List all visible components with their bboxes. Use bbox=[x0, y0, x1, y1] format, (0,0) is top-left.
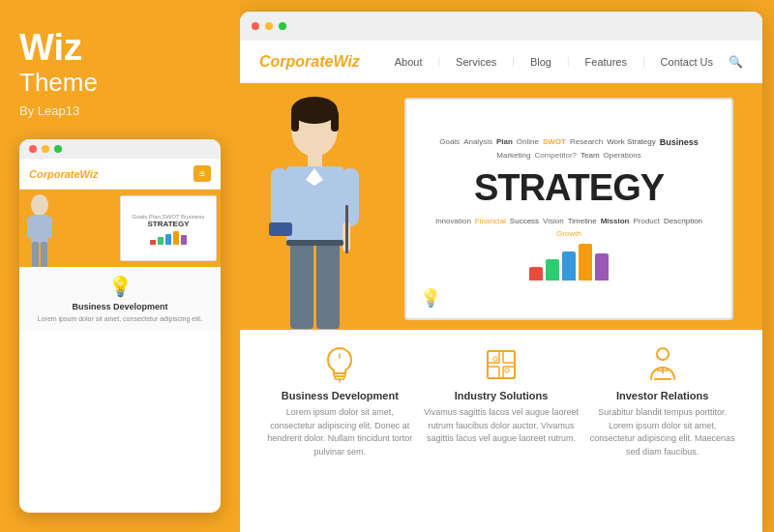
svg-rect-30 bbox=[493, 357, 497, 361]
svg-rect-3 bbox=[45, 217, 52, 238]
nav-link-services[interactable]: Services bbox=[456, 56, 496, 68]
svg-rect-8 bbox=[291, 110, 299, 132]
svg-rect-25 bbox=[488, 351, 515, 378]
svg-rect-27 bbox=[503, 351, 515, 363]
browser-bar bbox=[240, 12, 762, 41]
board-strategy-text: STRATEGY bbox=[474, 167, 664, 209]
mobile-feature-text: Lorem ipsum dolor sit amet, consectetur … bbox=[29, 314, 211, 323]
desktop-nav-links: About | Services | Blog | Features | Con… bbox=[395, 55, 743, 69]
feature-icon-maze bbox=[484, 345, 519, 384]
hero-person-figure bbox=[259, 93, 371, 330]
browser-dot-green bbox=[279, 22, 286, 30]
mobile-logo-wiz: Wiz bbox=[80, 168, 99, 180]
svg-rect-2 bbox=[27, 217, 34, 238]
search-icon[interactable]: 🔍 bbox=[729, 55, 743, 69]
svg-rect-4 bbox=[32, 242, 39, 267]
svg-rect-10 bbox=[308, 155, 322, 168]
dot-red bbox=[29, 145, 37, 153]
board-bulb-icon: 💡 bbox=[420, 287, 441, 309]
mobile-logo: CorporateWiz bbox=[29, 168, 98, 180]
desktop-hero-section: Goals Analysis Plan Online SWOT Research… bbox=[240, 83, 762, 330]
mobile-feature-icon-row: 💡 bbox=[29, 275, 211, 298]
browser-dot-yellow bbox=[265, 22, 273, 30]
mobile-hero-person bbox=[23, 192, 56, 267]
right-panel-browser: CorporateWiz About | Services | Blog | F… bbox=[240, 12, 762, 532]
mobile-hero-section: Goals Plan SWOT Business STRATEGY bbox=[19, 190, 221, 267]
board-bar-chart bbox=[529, 242, 609, 281]
svg-rect-20 bbox=[286, 240, 343, 246]
nav-link-contact[interactable]: Contact Us bbox=[661, 56, 713, 68]
nav-link-blog[interactable]: Blog bbox=[530, 56, 551, 68]
svg-rect-31 bbox=[505, 369, 509, 372]
mobile-content: 💡 Business Development Lorem ipsum dolor… bbox=[19, 267, 221, 331]
mobile-feature-title: Business Development bbox=[29, 302, 211, 311]
mobile-browser-bar bbox=[19, 139, 221, 159]
mobile-hero-board: Goals Plan SWOT Business STRATEGY bbox=[120, 195, 217, 261]
feature-icon-person bbox=[647, 345, 678, 384]
desktop-logo-text: Corporate bbox=[259, 53, 333, 70]
svg-rect-5 bbox=[41, 242, 47, 267]
desktop-nav: CorporateWiz About | Services | Blog | F… bbox=[240, 41, 762, 83]
dot-green bbox=[54, 145, 62, 153]
mobile-preview-card: CorporateWiz ≡ Goals Plan SWOT Business bbox=[19, 139, 221, 513]
mobile-menu-button[interactable]: ≡ bbox=[194, 165, 211, 182]
mobile-nav: CorporateWiz ≡ bbox=[19, 159, 221, 190]
svg-rect-17 bbox=[269, 222, 292, 236]
feature-text-1: Lorem ipsum dolor sit amet, consectetur … bbox=[262, 406, 417, 458]
feature-title-2: Industry Solutions bbox=[455, 390, 549, 401]
nav-link-about[interactable]: About bbox=[395, 56, 423, 68]
svg-rect-9 bbox=[331, 110, 339, 132]
svg-rect-16 bbox=[345, 205, 348, 253]
dot-yellow bbox=[42, 145, 49, 153]
mobile-logo-text: Corporate bbox=[29, 168, 80, 180]
svg-rect-28 bbox=[488, 367, 499, 378]
feature-icon-bulb bbox=[324, 345, 355, 384]
theme-subtitle: Theme bbox=[19, 68, 221, 98]
feature-text-2: Vivamus sagittis lacus vel augue laoreet… bbox=[424, 406, 579, 446]
svg-point-0 bbox=[31, 194, 48, 216]
svg-rect-14 bbox=[342, 168, 359, 226]
svg-rect-19 bbox=[316, 242, 340, 329]
desktop-logo-wiz: Wiz bbox=[333, 53, 359, 70]
feature-title-1: Business Development bbox=[282, 390, 399, 401]
mobile-bulb-icon: 💡 bbox=[108, 275, 133, 298]
theme-byline: By Leap13 bbox=[19, 103, 221, 118]
feature-col-3: Investor Relations Surabitur blandit tem… bbox=[585, 345, 740, 520]
desktop-logo: CorporateWiz bbox=[259, 53, 360, 71]
desktop-features-section: Business Development Lorem ipsum dolor s… bbox=[240, 330, 762, 532]
svg-rect-18 bbox=[290, 242, 313, 329]
svg-point-32 bbox=[657, 348, 669, 360]
theme-name-title: Wiz bbox=[19, 29, 221, 66]
hero-whiteboard: Goals Analysis Plan Online SWOT Research… bbox=[404, 98, 733, 320]
left-panel: Wiz Theme By Leap13 CorporateWiz ≡ bbox=[0, 0, 240, 532]
svg-rect-13 bbox=[271, 168, 288, 226]
feature-text-3: Surabitur blandit tempus porttitor. Lore… bbox=[585, 406, 740, 458]
feature-col-2: Industry Solutions Vivamus sagittis lacu… bbox=[424, 345, 579, 520]
feature-col-1: Business Development Lorem ipsum dolor s… bbox=[262, 345, 417, 520]
browser-dot-red bbox=[252, 22, 259, 30]
feature-title-3: Investor Relations bbox=[616, 390, 708, 401]
nav-link-features[interactable]: Features bbox=[585, 56, 627, 68]
